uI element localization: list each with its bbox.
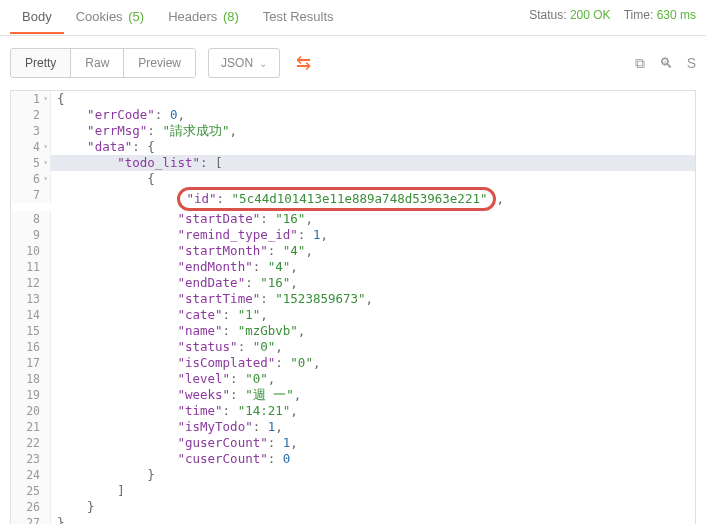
key-gusercount: "guserCount" xyxy=(177,435,267,450)
tab-test-results[interactable]: Test Results xyxy=(251,1,346,34)
key-enddate: "endDate" xyxy=(177,275,245,290)
val-cusercount: 0 xyxy=(283,451,291,466)
tab-cookies-label: Cookies xyxy=(76,9,123,24)
key-level: "level" xyxy=(177,371,230,386)
key-cate: "cate" xyxy=(177,307,222,322)
val-endmonth: "4" xyxy=(268,259,291,274)
key-name: "name" xyxy=(177,323,222,338)
key-todolist: "todo_list" xyxy=(117,155,200,170)
save-icon[interactable]: S xyxy=(687,55,696,72)
val-starttime: "1523859673" xyxy=(275,291,365,306)
key-cusercount: "cuserCount" xyxy=(177,451,267,466)
val-enddate: "16" xyxy=(260,275,290,290)
tab-cookies[interactable]: Cookies (5) xyxy=(64,1,156,34)
preview-button[interactable]: Preview xyxy=(124,49,195,77)
status-label: Status: xyxy=(529,8,566,22)
val-weeks: "週 一" xyxy=(245,387,294,402)
key-status: "status" xyxy=(177,339,237,354)
format-label: JSON xyxy=(221,56,253,70)
time-value: 630 ms xyxy=(657,8,696,22)
search-icon[interactable]: 🔍︎ xyxy=(659,55,673,72)
status-value: 200 OK xyxy=(570,8,611,22)
key-starttime: "startTime" xyxy=(177,291,260,306)
val-time: "14:21" xyxy=(238,403,291,418)
val-startmonth: "4" xyxy=(283,243,306,258)
cookies-count: (5) xyxy=(128,9,144,24)
key-id: "id" xyxy=(186,191,216,206)
tab-headers[interactable]: Headers (8) xyxy=(156,1,251,34)
wrap-lines-icon[interactable]: ⇆ xyxy=(296,52,311,74)
val-startdate: "16" xyxy=(275,211,305,226)
response-toolbar: Pretty Raw Preview JSON ⌄ ⇆ ⧉ 🔍︎ S xyxy=(0,36,706,90)
raw-button[interactable]: Raw xyxy=(71,49,124,77)
chevron-down-icon: ⌄ xyxy=(259,58,267,69)
val-name: "mzGbvb" xyxy=(238,323,298,338)
key-startdate: "startDate" xyxy=(177,211,260,226)
tab-headers-label: Headers xyxy=(168,9,217,24)
val-status: "0" xyxy=(253,339,276,354)
status-area: Status: 200 OK Time: 630 ms xyxy=(529,8,696,22)
key-ismytodo: "isMyTodo" xyxy=(177,419,252,434)
val-iscompleted: "0" xyxy=(290,355,313,370)
key-weeks: "weeks" xyxy=(177,387,230,402)
response-tabs: Body Cookies (5) Headers (8) Test Result… xyxy=(0,0,706,36)
key-data: "data" xyxy=(87,139,132,154)
pretty-button[interactable]: Pretty xyxy=(11,49,71,77)
key-iscompleted: "isComplated" xyxy=(177,355,275,370)
response-body[interactable]: 1{ 2 "errCode": 0, 3 "errMsg": "請求成功", 4… xyxy=(10,90,696,524)
time-label: Time: xyxy=(624,8,654,22)
tab-body[interactable]: Body xyxy=(10,1,64,34)
val-level: "0" xyxy=(245,371,268,386)
key-startmonth: "startMonth" xyxy=(177,243,267,258)
key-time: "time" xyxy=(177,403,222,418)
key-endmonth: "endMonth" xyxy=(177,259,252,274)
val-cate: "1" xyxy=(238,307,261,322)
highlighted-id-row: "id": "5c44d101413e11e889a748d53963e221" xyxy=(177,187,496,211)
view-mode-group: Pretty Raw Preview xyxy=(10,48,196,78)
key-errcode: "errCode" xyxy=(87,107,155,122)
val-errmsg: "請求成功" xyxy=(162,123,229,138)
format-select[interactable]: JSON ⌄ xyxy=(208,48,280,78)
val-id: "5c44d101413e11e889a748d53963e221" xyxy=(232,191,488,206)
copy-icon[interactable]: ⧉ xyxy=(635,55,645,72)
key-errmsg: "errMsg" xyxy=(87,123,147,138)
headers-count: (8) xyxy=(223,9,239,24)
key-remind: "remind_type_id" xyxy=(177,227,297,242)
